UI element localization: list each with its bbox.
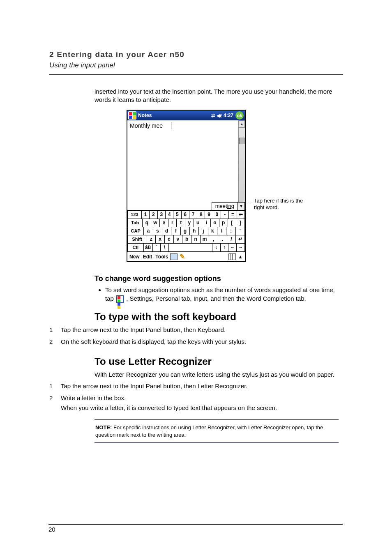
key-e[interactable]: e (160, 219, 168, 227)
key-a[interactable]: a (144, 227, 153, 235)
key-w[interactable]: w (151, 219, 160, 227)
letter-recognizer-intro: With Letter Recognizer you can write let… (95, 371, 339, 379)
pda-menu-bar: New Edit Tools ✎ ▴ (127, 252, 245, 261)
key-backspace[interactable]: ⬅ (237, 211, 245, 219)
key-7[interactable]: 7 (189, 211, 197, 219)
key-5[interactable]: 5 (173, 211, 181, 219)
chapter-subtitle: Using the input panel (49, 61, 343, 70)
key-z[interactable]: z (147, 235, 156, 244)
suggestion-dropdown[interactable]: ▼ (238, 202, 245, 210)
key-c[interactable]: c (165, 235, 174, 244)
key-b[interactable]: b (182, 235, 191, 244)
key-8[interactable]: 8 (197, 211, 205, 219)
step-type-1: 1Tap the arrow next to the Input Panel b… (95, 326, 339, 336)
figure-notes-keyboard: Notes ⇄ ◀ᴇ 4:27 ok Monthly mee ▲ ▼ (95, 110, 339, 262)
key-rbracket[interactable]: ] (236, 219, 245, 227)
key-r[interactable]: r (168, 219, 177, 227)
key-quote[interactable]: ' (236, 227, 245, 235)
key-lbracket[interactable]: [ (228, 219, 237, 227)
heading-letter-recognizer: To use Letter Recognizer (95, 355, 339, 368)
key-comma[interactable]: , (209, 235, 218, 244)
record-icon[interactable] (170, 253, 178, 260)
input-panel-icon[interactable] (228, 253, 236, 260)
suggestion-prefix: meet (215, 203, 227, 210)
word-suggestion[interactable]: meeting (212, 202, 238, 210)
menu-tools[interactable]: Tools (154, 253, 169, 260)
key-9[interactable]: 9 (205, 211, 213, 219)
key-slash[interactable]: / (227, 235, 236, 244)
speaker-icon[interactable]: ◀ᴇ (217, 113, 222, 119)
key-2[interactable]: 2 (150, 211, 157, 219)
chapter-title: 2 Entering data in your Acer n50 (49, 49, 343, 60)
key-l[interactable]: l (217, 227, 226, 235)
key-equals[interactable]: = (229, 211, 237, 219)
key-period[interactable]: . (218, 235, 227, 244)
scrollbar[interactable]: ▲ ▼ (239, 120, 245, 210)
key-k[interactable]: k (208, 227, 217, 235)
key-backtick[interactable]: ` (153, 244, 161, 252)
scroll-thumb[interactable] (239, 138, 244, 144)
key-cap[interactable]: CAP (127, 227, 144, 235)
clock-text: 4:27 (224, 112, 233, 119)
figure-annotation: Tap here if this is the right word. (254, 198, 309, 210)
key-right[interactable]: → (237, 244, 245, 252)
key-6[interactable]: 6 (182, 211, 189, 219)
key-f[interactable]: f (171, 227, 180, 235)
key-u[interactable]: u (194, 219, 203, 227)
key-v[interactable]: v (174, 235, 183, 244)
start-icon[interactable] (128, 111, 136, 120)
key-d[interactable]: d (162, 227, 171, 235)
key-left[interactable]: ← (228, 244, 237, 252)
key-q[interactable]: q (143, 219, 151, 227)
key-enter[interactable]: ↵ (236, 235, 245, 244)
page-number: 20 (48, 525, 55, 534)
key-1[interactable]: 1 (142, 211, 150, 219)
heading-type-soft-keyboard: To type with the soft keyboard (95, 310, 339, 323)
scroll-up-icon[interactable]: ▲ (239, 120, 245, 128)
key-accents[interactable]: áü (144, 244, 153, 252)
key-up[interactable]: ↑ (221, 244, 229, 252)
note-text: For specific instructions on using Lette… (95, 424, 323, 438)
key-j[interactable]: j (199, 227, 208, 235)
key-down[interactable]: ↓ (212, 244, 221, 252)
key-i[interactable]: i (202, 219, 211, 227)
key-backslash[interactable]: \ (161, 244, 169, 252)
key-4[interactable]: 4 (166, 211, 173, 219)
header-rule (49, 74, 343, 75)
key-0[interactable]: 0 (213, 211, 221, 219)
bullet-text-after: , Settings, Personal tab, Input, and the… (126, 295, 306, 302)
ok-button[interactable]: ok (235, 111, 244, 120)
input-panel-arrow-icon[interactable]: ▴ (237, 253, 244, 260)
menu-edit[interactable]: Edit (142, 253, 154, 260)
step-letter-1: 1Tap the arrow next to the Input Panel b… (95, 382, 339, 392)
key-space[interactable] (169, 244, 212, 252)
suggestion-suffix: ing (227, 203, 234, 210)
key-shift[interactable]: Shift (127, 235, 147, 244)
key-n[interactable]: n (191, 235, 201, 244)
pda-title-text: Notes (138, 112, 152, 119)
menu-new[interactable]: New (128, 253, 141, 260)
key-semicolon[interactable]: ; (226, 227, 235, 235)
key-tab[interactable]: Tab (127, 219, 143, 227)
key-s[interactable]: s (153, 227, 162, 235)
start-icon-inline (116, 295, 124, 303)
key-y[interactable]: y (185, 219, 194, 227)
note-text-area[interactable]: Monthly mee (127, 120, 239, 210)
key-dash[interactable]: - (221, 211, 229, 219)
key-123[interactable]: 123 (127, 211, 142, 219)
key-3[interactable]: 3 (158, 211, 166, 219)
key-g[interactable]: g (181, 227, 190, 235)
key-ctl[interactable]: Ctl (127, 244, 144, 252)
key-x[interactable]: x (156, 235, 165, 244)
key-t[interactable]: t (177, 219, 185, 227)
connectivity-icon[interactable]: ⇄ (211, 113, 215, 119)
key-m[interactable]: m (201, 235, 210, 244)
annotation-leader-line (248, 202, 251, 202)
key-o[interactable]: o (211, 219, 219, 227)
intro-paragraph: inserted into your text at the insertion… (95, 88, 339, 104)
footer-rule (48, 524, 343, 525)
key-p[interactable]: p (219, 219, 228, 227)
key-h[interactable]: h (190, 227, 199, 235)
pen-icon[interactable]: ✎ (178, 253, 186, 260)
note-label: NOTE: (95, 424, 112, 431)
